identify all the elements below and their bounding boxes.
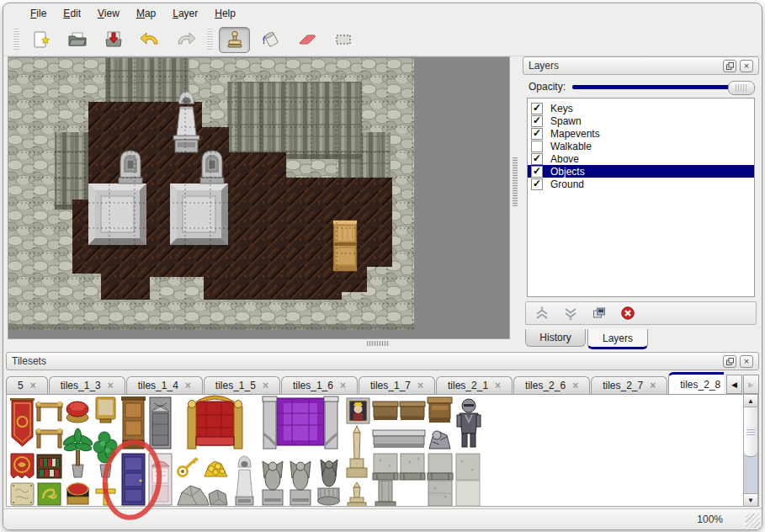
fill-tool-button[interactable] [255,27,286,53]
tab-scroll-right-button[interactable]: ▶ [743,375,759,394]
tileset-tab-5[interactable]: 5× [6,376,48,394]
tile-door-purple[interactable] [122,454,145,505]
layer-row-above[interactable]: ✓Above [528,152,754,165]
tile-throne-purple[interactable] [263,396,338,449]
new-map-button[interactable] [25,27,56,53]
scroll-down-button[interactable]: ▼ [744,493,757,506]
tab-close-icon[interactable]: × [650,380,656,391]
toolbar-drag-handle[interactable] [207,29,213,51]
tile-throne-red[interactable] [188,396,242,449]
tile-stone-block[interactable] [428,481,452,506]
dock-tab-layers[interactable]: Layers [587,329,648,349]
menu-map[interactable]: Map [128,5,164,22]
tile-gold-pile[interactable] [205,461,227,476]
layer-row-mapevents[interactable]: ✓Mapevents [528,127,754,140]
menu-edit[interactable]: Edit [55,5,89,22]
tile-pillar-top[interactable] [373,454,398,480]
tile-bush-plant[interactable] [93,432,117,477]
tile-obelisk[interactable] [347,426,367,477]
tile-loom[interactable] [36,402,62,449]
lower-layer-button[interactable] [560,304,582,322]
layer-visibility-checkbox[interactable]: ✓ [531,178,543,190]
tab-close-icon[interactable]: × [30,380,36,391]
layer-row-ground[interactable]: ✓Ground [528,178,754,190]
eraser-tool-button[interactable] [291,27,322,53]
tile-cross-gold[interactable] [96,483,115,505]
tile-bench-wood[interactable] [400,402,425,420]
tile-door-white[interactable] [149,454,172,505]
layer-visibility-checkbox[interactable]: ✓ [531,166,543,178]
redo-button[interactable] [170,27,201,53]
tile-door-wood[interactable] [121,396,146,449]
tab-close-icon[interactable]: × [572,380,578,391]
tileset-tab-tiles_2_1[interactable]: tiles_2_1× [436,376,513,394]
tile-banner-green[interactable] [38,483,61,505]
tile-statue-hooded[interactable] [236,456,253,505]
tileset-tab-tiles_1_6[interactable]: tiles_1_6× [281,376,358,394]
undo-button[interactable] [134,27,165,53]
tab-close-icon[interactable]: × [495,380,501,391]
menu-layer[interactable]: Layer [164,5,206,22]
tile-pillar-top[interactable] [428,454,453,480]
menu-view[interactable]: View [89,5,128,22]
layer-visibility-checkbox[interactable]: ✓ [531,103,543,114]
tile-bench-silver[interactable] [373,430,425,448]
tile-stool-black[interactable] [67,483,88,504]
tile-pillar-top[interactable] [400,454,425,480]
close-panel-button[interactable]: × [740,60,753,72]
tileset-tab-tiles_2_7[interactable]: tiles_2_7× [591,376,667,394]
tile-key-gold[interactable] [178,458,199,476]
menu-help[interactable]: Help [206,5,244,22]
tileset-tab-tiles_2_8[interactable]: tiles_2_8× [668,372,724,394]
layer-row-keys[interactable]: ✓Keys [528,102,754,114]
tile-desk-wood[interactable] [428,397,452,423]
tile-portrait-king[interactable] [347,398,369,423]
delete-layer-button[interactable] [617,304,639,322]
tile-mirror[interactable] [96,397,115,423]
tile-rock-pile[interactable] [178,486,227,505]
tab-close-icon[interactable]: × [263,380,268,391]
layer-visibility-checkbox[interactable]: ✓ [531,128,543,140]
tile-stone-block[interactable] [456,454,480,480]
tile-gargoyle-statue[interactable] [263,461,283,505]
tile-gargoyle-well[interactable] [318,460,340,505]
tileset-tab-tiles_1_4[interactable]: tiles_1_4× [126,376,203,394]
opacity-slider-handle[interactable] [728,81,755,95]
map-vertical-scrollbar[interactable] [512,56,519,339]
raise-layer-button[interactable] [531,304,553,322]
tileset-grid[interactable] [6,394,759,507]
tab-close-icon[interactable]: × [417,380,423,391]
duplicate-layer-button[interactable] [588,304,610,322]
tile-armor-pile[interactable] [429,431,450,449]
map-horizontal-scrollbar[interactable] [8,340,510,348]
float-panel-button[interactable] [723,355,736,368]
menu-file[interactable]: File [22,5,55,22]
layer-visibility-checkbox[interactable] [531,141,543,152]
select-tool-button[interactable] [327,27,359,53]
tile-bookshelf[interactable] [37,455,61,478]
tileset-scrollbar[interactable]: ▲ ▼ [743,394,758,507]
tile-bench-wood[interactable] [373,402,398,420]
tileset-tab-tiles_1_7[interactable]: tiles_1_7× [359,376,435,394]
map-canvas[interactable] [8,56,510,339]
open-map-button[interactable] [61,27,93,53]
save-map-button[interactable] [98,27,129,53]
tileset-tab-tiles_1_3[interactable]: tiles_1_3× [49,376,125,394]
scrollbar-track[interactable] [744,457,757,493]
resize-grip[interactable] [746,513,760,528]
layer-row-walkable[interactable]: Walkable [528,140,754,152]
layer-visibility-checkbox[interactable]: ✓ [531,115,543,127]
opacity-slider[interactable] [572,80,755,94]
tab-close-icon[interactable]: × [340,380,346,391]
tileset-tab-tiles_1_5[interactable]: tiles_1_5× [204,376,280,394]
tileset-tab-tiles_2_6[interactable]: tiles_2_6× [513,376,590,394]
layer-visibility-checkbox[interactable]: ✓ [531,153,543,165]
scroll-up-button[interactable]: ▲ [744,395,757,407]
tile-palm-plant[interactable] [61,428,93,477]
toolbar-drag-handle[interactable] [13,29,19,51]
tab-close-icon[interactable]: × [185,380,191,391]
tile-banner-red[interactable] [10,398,35,446]
tab-close-icon[interactable]: × [108,380,114,391]
scrollbar-thumb[interactable] [744,407,757,457]
tile-armor-statue[interactable] [457,399,481,447]
